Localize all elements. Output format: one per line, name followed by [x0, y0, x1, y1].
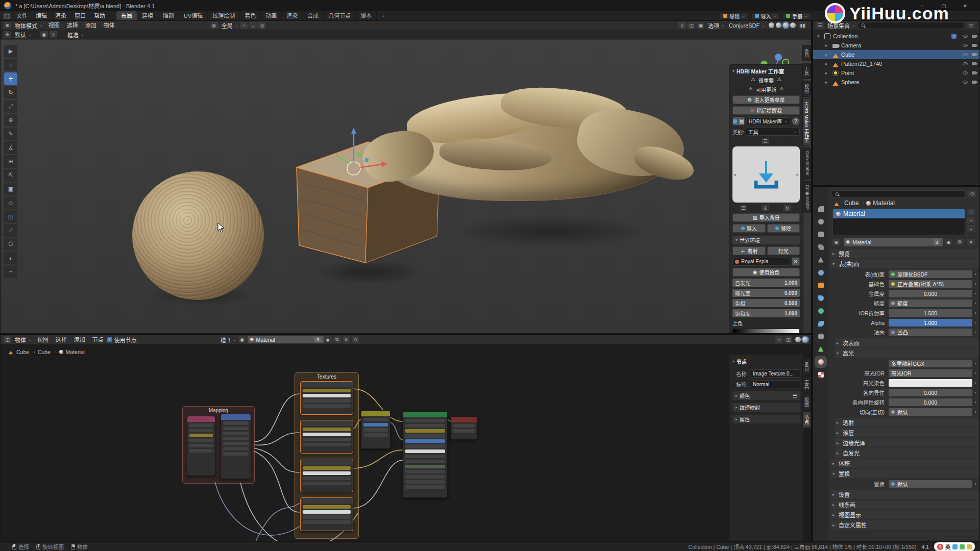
saturation-slider[interactable]: 饱和度1.000: [732, 309, 800, 317]
breadcrumb-object[interactable]: Cube: [844, 199, 859, 207]
material-tab-icon[interactable]: [817, 358, 825, 366]
panel-emission[interactable]: 自发光: [835, 448, 978, 458]
hdri-library-dropdown[interactable]: HDRI Maker库⌄: [746, 117, 790, 126]
tint-gradient-bar[interactable]: [732, 329, 800, 333]
import-background-button[interactable]: ▨导入背景: [732, 213, 800, 222]
snap-icon[interactable]: ∩: [775, 336, 783, 343]
menu-window[interactable]: 窗口: [70, 11, 90, 20]
panel-transmission[interactable]: 透射: [835, 418, 978, 427]
new-material-button[interactable]: ⧉: [333, 336, 341, 343]
metallic-slider[interactable]: 0.000: [889, 290, 972, 297]
transform-pivot-icon[interactable]: ◉: [40, 31, 48, 38]
object-menu[interactable]: 物体: [100, 21, 118, 30]
node-color-section[interactable]: ▸颜色☰: [732, 391, 800, 400]
poly-tool-icon[interactable]: ⬠: [4, 238, 17, 251]
move-tool-icon[interactable]: ✛: [4, 72, 17, 85]
transform-tool-icon[interactable]: ⊕: [4, 114, 17, 127]
anisotropic-slider[interactable]: 0.000: [889, 389, 972, 396]
panel-settings[interactable]: 设置: [830, 490, 978, 499]
measure-tool-icon[interactable]: ∡: [4, 141, 17, 154]
scene-tab-icon[interactable]: [817, 256, 825, 264]
panel-sheen[interactable]: 边缘光泽: [835, 438, 978, 447]
tangent-dropdown[interactable]: 默认: [889, 408, 972, 416]
add-slot-button[interactable]: ＋: [967, 209, 975, 215]
outliner-row-cube[interactable]: ▸ Cube: [813, 50, 979, 59]
render-visibility-icon[interactable]: [972, 62, 976, 65]
collection-checkbox[interactable]: ✓: [951, 34, 957, 39]
outliner-row-camera[interactable]: ▸ Camera: [813, 41, 979, 50]
cursor-tool-icon[interactable]: ◌: [4, 59, 17, 71]
pin-icon[interactable]: ⊙: [352, 336, 359, 343]
hdri-category-dropdown[interactable]: 工具⌄: [746, 128, 800, 136]
fake-user-button[interactable]: ◆: [945, 239, 952, 245]
viewport-options-dropdown[interactable]: 选项: [706, 21, 727, 30]
view-menu[interactable]: 视图: [45, 21, 63, 30]
spin-tool-icon[interactable]: ◐: [4, 252, 17, 264]
hdri-panel-header[interactable]: ▾ HDRI Maker 工作室: [732, 67, 800, 75]
browse-material-button[interactable]: ◉: [832, 239, 840, 245]
panel-specular[interactable]: 高光: [835, 348, 978, 358]
users-count-badge[interactable]: 3: [314, 337, 321, 342]
hide-eye-icon[interactable]: [963, 62, 968, 65]
material-name-field[interactable]: Material 3: [844, 238, 943, 246]
tab-add-workspace[interactable]: +: [377, 11, 389, 20]
outliner-row-sphere[interactable]: ▸ Sphere: [813, 78, 979, 87]
node-panel-header[interactable]: ▾节点: [732, 358, 800, 365]
mapping-frame[interactable]: Mapping: [182, 406, 255, 484]
download-small-icon[interactable]: ⤓: [762, 205, 769, 211]
hdri-remind-later-button[interactable]: ⊗稍后提醒我: [732, 106, 800, 115]
hide-eye-icon[interactable]: [963, 81, 968, 84]
hdri-import-button[interactable]: 导入: [732, 224, 766, 233]
slot-specials-button[interactable]: ⌄: [967, 225, 975, 232]
addcube-tool-icon[interactable]: ⊞: [4, 155, 17, 168]
breadcrumb-material[interactable]: Material: [873, 199, 895, 207]
hide-eye-icon[interactable]: [963, 35, 968, 38]
node-canvas[interactable]: Cube› Cube› Material: [1, 345, 811, 541]
prev-arrow-icon[interactable]: ◂: [733, 172, 736, 177]
orientation-dropdown[interactable]: 全局: [219, 21, 240, 30]
ime-bar[interactable]: S 英: [934, 542, 975, 551]
loopcut-tool-icon[interactable]: ◫: [4, 210, 17, 223]
snap-dropdown-icon[interactable]: ⌄: [249, 22, 257, 29]
hide-eye-icon[interactable]: [963, 44, 968, 47]
world-shadow-button[interactable]: ＋ 着射: [732, 246, 766, 255]
ime-tool-icon[interactable]: [960, 544, 965, 549]
outliner-row-point[interactable]: ▸ Point: [813, 68, 979, 78]
move-gizmo[interactable]: [322, 121, 394, 188]
ime-tool-icon[interactable]: [967, 544, 972, 549]
world-name-field[interactable]: Royal Espla...: [732, 258, 790, 266]
shading-material-icon[interactable]: [783, 22, 789, 28]
filter-icon[interactable]: ▽: [967, 22, 975, 29]
emission-slider[interactable]: 自发光1.000: [732, 279, 800, 287]
expand-previews-icon[interactable]: ☴: [762, 138, 769, 144]
surface-shader-dropdown[interactable]: 原理化BSDF: [889, 270, 972, 278]
next-arrow-icon[interactable]: ▸: [796, 172, 799, 177]
tab-view[interactable]: 视图: [802, 81, 811, 97]
panel-viewport-display[interactable]: 视图显示: [830, 510, 978, 519]
panel-volume[interactable]: 体积: [830, 459, 978, 468]
shader-view-menu[interactable]: 视图: [34, 335, 52, 344]
viewlayer-tab-icon[interactable]: [817, 243, 825, 251]
tool-tab-icon[interactable]: [817, 205, 825, 213]
manual-menu-button[interactable]: 手册⌄: [782, 12, 812, 20]
bevel-tool-icon[interactable]: ◇: [4, 196, 17, 209]
minimize-button[interactable]: ─: [912, 0, 933, 11]
hide-eye-icon[interactable]: [963, 53, 968, 56]
tab-item[interactable]: 条目: [802, 45, 811, 61]
exposure-slider[interactable]: 曝光度0.000: [732, 289, 800, 297]
tab-view[interactable]: 视图: [802, 394, 811, 410]
output-tab-icon[interactable]: [817, 230, 825, 238]
world-light-button[interactable]: 灯光: [767, 246, 800, 255]
shader-editor-icon[interactable]: ◫: [4, 336, 11, 343]
pin-icon[interactable]: ⊙: [968, 191, 976, 197]
menu-help[interactable]: 帮助: [90, 11, 109, 20]
select-menu[interactable]: 选择: [63, 21, 82, 30]
shading-wireframe-icon[interactable]: [769, 22, 774, 28]
hide-eye-icon[interactable]: [963, 71, 968, 74]
tab-rendertab[interactable]: 渲染: [282, 11, 303, 20]
overlays-icon[interactable]: ◫: [688, 22, 695, 29]
data-tab-icon[interactable]: [817, 345, 825, 353]
tab-modeling[interactable]: 建模: [137, 11, 158, 20]
specular-tint-color[interactable]: [889, 379, 972, 387]
select-mode-dropdown[interactable]: 框选: [65, 31, 86, 39]
